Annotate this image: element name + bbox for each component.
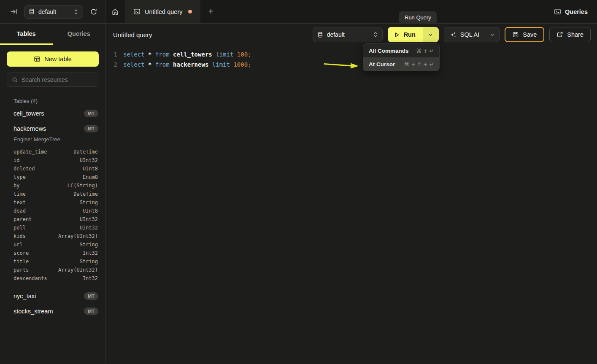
- menu-item-all-commands[interactable]: All Commands⌘ + ↵: [363, 44, 439, 57]
- query-console-app: default Untitled query: [0, 0, 597, 364]
- new-tab-button[interactable]: +: [200, 0, 221, 23]
- collapse-sidebar-icon: [10, 8, 17, 15]
- column-name: kids: [14, 232, 26, 240]
- refresh-button[interactable]: [88, 6, 99, 17]
- sql-ai-label: SQL AI: [460, 31, 479, 38]
- database-selector[interactable]: default: [24, 5, 83, 19]
- toolbar-database-selector[interactable]: default: [313, 27, 383, 42]
- column-row: idUInt32: [14, 156, 98, 164]
- annotation-arrow: [323, 60, 361, 70]
- column-name: parent: [14, 215, 32, 224]
- table-row-cell_towers[interactable]: cell_towersMT: [0, 106, 105, 121]
- chevron-down-icon: [428, 32, 433, 37]
- sql-ai-options-caret[interactable]: [485, 27, 499, 42]
- column-row: scoreInt32: [14, 249, 98, 257]
- new-table-label: New table: [44, 56, 71, 62]
- column-type: LC(String): [68, 181, 98, 190]
- queries-button[interactable]: Queries: [554, 8, 588, 15]
- code-text: select * from hackernews limit 1000;: [123, 59, 251, 70]
- code-text: select * from cell_towers limit 100;: [123, 49, 251, 59]
- search-box: [7, 73, 98, 87]
- column-name: update_time: [14, 148, 47, 156]
- column-name: text: [14, 198, 26, 207]
- column-row: descendantsInt32: [14, 274, 98, 283]
- home-button[interactable]: [105, 0, 125, 23]
- tables-section-title: Tables (4): [14, 98, 98, 104]
- run-query-tooltip: Run Query: [399, 11, 437, 24]
- chevron-up-down-icon: [73, 9, 78, 15]
- table-grid-icon: [34, 56, 41, 62]
- tab-untitled-query[interactable]: Untitled query: [125, 0, 200, 23]
- engine-badge: MT: [84, 292, 98, 300]
- column-type: Int32: [83, 249, 98, 257]
- topbar-right: Queries: [554, 0, 597, 23]
- toolbar-actions: default Run: [313, 27, 591, 42]
- column-row: titleString: [14, 257, 98, 266]
- column-name: time: [14, 190, 26, 198]
- unsaved-changes-dot: [188, 10, 192, 13]
- column-row: byLC(String): [14, 181, 98, 190]
- column-row: deletedUInt8: [14, 164, 98, 173]
- main-content: Untitled query default: [105, 24, 597, 364]
- toolbar-database-value: default: [327, 31, 369, 38]
- column-row: parentUInt32: [14, 215, 98, 224]
- table-name: cell_towers: [14, 110, 44, 117]
- tables-list: cell_towersMThackernewsMTEngine: MergeTr…: [0, 106, 105, 319]
- sidebar-tabs: Tables Queries: [0, 24, 105, 45]
- save-button[interactable]: Save: [505, 27, 544, 42]
- home-icon: [111, 8, 119, 16]
- terminal-icon: [133, 8, 140, 15]
- column-list: update_timeDateTimeidUInt32deletedUInt8t…: [0, 147, 105, 289]
- run-button[interactable]: Run: [388, 27, 423, 42]
- column-type: UInt32: [80, 156, 98, 164]
- database-selector-value: default: [38, 8, 70, 15]
- menu-item-shortcut: ⌘ + ↵: [416, 48, 434, 54]
- table-name: stocks_stream: [14, 308, 53, 315]
- column-type: Int32: [83, 274, 98, 283]
- column-row: typeEnum8: [14, 173, 98, 181]
- run-split-button: Run: [388, 27, 439, 42]
- menu-item-at-cursor[interactable]: At Cursor⌘ + ⇧ + ↵: [363, 57, 439, 71]
- column-type: UInt32: [80, 215, 98, 224]
- table-row-nyc_taxi[interactable]: nyc_taxiMT: [0, 289, 105, 304]
- column-name: poll: [14, 224, 26, 232]
- table-row-stocks_stream[interactable]: stocks_streamMT: [0, 304, 105, 319]
- column-type: UInt8: [83, 207, 98, 215]
- sparkles-icon: [450, 31, 457, 38]
- menu-item-label: All Commands: [369, 48, 409, 54]
- tab-strip: Untitled query + Queries: [105, 0, 597, 23]
- collapse-sidebar-button[interactable]: [8, 6, 19, 17]
- code-line[interactable]: 1select * from cell_towers limit 100;: [105, 49, 597, 59]
- search-input[interactable]: [22, 76, 98, 83]
- column-name: by: [14, 181, 19, 190]
- sql-ai-split-button: SQL AI: [444, 27, 500, 42]
- refresh-icon: [90, 8, 97, 16]
- column-name: descendants: [14, 274, 47, 283]
- column-type: Array(UInt32): [58, 232, 98, 240]
- column-type: DateTime: [73, 190, 98, 198]
- tab-queries[interactable]: Queries: [53, 24, 105, 45]
- engine-badge: MT: [84, 110, 98, 117]
- sql-ai-button[interactable]: SQL AI: [444, 27, 485, 42]
- column-row: kidsArray(UInt32): [14, 232, 98, 240]
- play-icon: [394, 32, 400, 38]
- query-title: Untitled query: [113, 31, 152, 38]
- run-options-caret[interactable]: [423, 27, 439, 42]
- search-icon: [12, 77, 18, 83]
- engine-badge: MT: [84, 307, 98, 315]
- column-row: deadUInt8: [14, 207, 98, 215]
- column-type: String: [80, 257, 98, 266]
- sql-editor[interactable]: 1select * from cell_towers limit 100;2se…: [105, 46, 597, 364]
- table-row-hackernews[interactable]: hackernewsMT: [0, 121, 105, 136]
- share-button[interactable]: Share: [549, 27, 591, 42]
- column-row: urlString: [14, 240, 98, 249]
- column-name: id: [14, 156, 19, 164]
- column-type: DateTime: [73, 148, 98, 156]
- menu-item-label: At Cursor: [369, 61, 395, 67]
- sidebar: Tables Queries New table Tables (4) cell…: [0, 24, 105, 364]
- new-table-button[interactable]: New table: [7, 51, 99, 67]
- table-name: hackernews: [14, 125, 46, 132]
- column-row: pollUInt32: [14, 224, 98, 232]
- column-type: UInt32: [80, 224, 98, 232]
- tab-tables[interactable]: Tables: [0, 24, 53, 45]
